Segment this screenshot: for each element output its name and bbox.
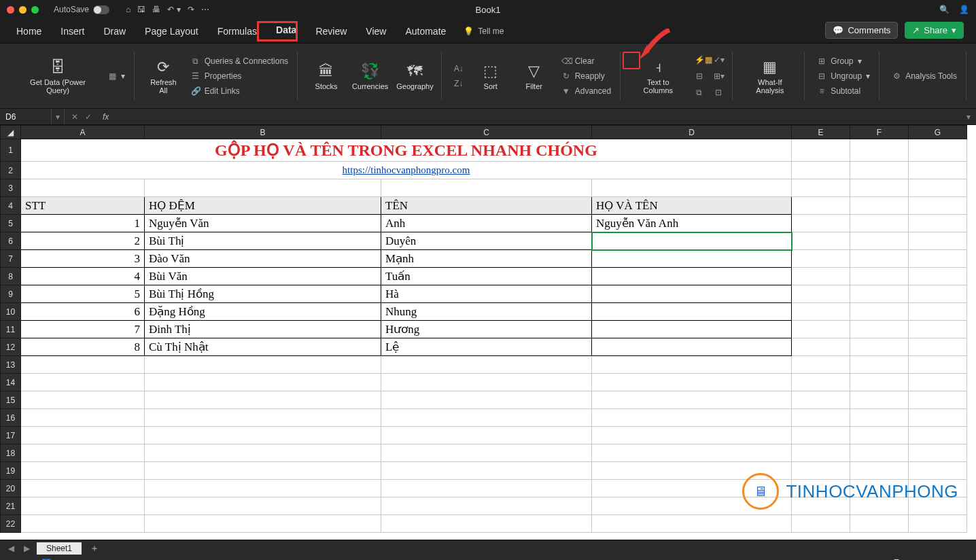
cell[interactable] (381, 409, 592, 427)
cell[interactable] (850, 285, 909, 303)
fx-icon[interactable]: fx (103, 112, 109, 122)
cell[interactable] (592, 232, 792, 250)
cell[interactable]: Lệ (381, 338, 592, 356)
cell[interactable] (909, 250, 967, 268)
cell[interactable] (145, 391, 381, 409)
account-icon[interactable]: 👤 (959, 5, 969, 14)
cell[interactable] (850, 409, 909, 427)
cell[interactable] (850, 338, 909, 356)
flash-fill-button[interactable]: ⚡▦ (692, 54, 707, 66)
cell[interactable] (592, 285, 792, 303)
search-icon[interactable]: 🔍 (939, 5, 949, 14)
formula-input[interactable] (109, 109, 961, 124)
minimize-window[interactable] (19, 6, 27, 14)
cell[interactable]: Bùi Thị (145, 232, 381, 250)
comments-button[interactable]: 💬 Comments (825, 22, 898, 39)
cell[interactable] (381, 444, 592, 462)
cell[interactable] (909, 232, 967, 250)
edit-links-button[interactable]: 🔗Edit Links (188, 85, 291, 97)
expand-formula-bar[interactable]: ▾ (961, 112, 976, 122)
cell[interactable]: 6 (21, 303, 145, 321)
analysis-tools-button[interactable]: ⚙Analysis Tools (889, 70, 960, 82)
group-button[interactable]: ⊞Group ▾ (814, 55, 873, 67)
cell[interactable]: 5 (21, 285, 145, 303)
row-header[interactable]: 15 (1, 391, 21, 409)
cell[interactable] (850, 321, 909, 338)
cell[interactable] (21, 480, 145, 497)
cell[interactable] (792, 197, 850, 215)
cell[interactable] (21, 179, 145, 197)
cell[interactable] (381, 462, 592, 480)
cell[interactable] (909, 409, 967, 427)
cell[interactable] (145, 409, 381, 427)
tab-view[interactable]: View (364, 22, 387, 41)
cell[interactable] (792, 303, 850, 321)
cell[interactable] (381, 427, 592, 444)
sort-asc-button[interactable]: A↓ (451, 63, 466, 75)
cell[interactable] (850, 215, 909, 232)
cell[interactable] (592, 321, 792, 338)
row-header[interactable]: 9 (1, 285, 21, 303)
cell[interactable] (592, 409, 792, 427)
cell[interactable] (21, 497, 145, 515)
cell[interactable]: Nguyễn Văn (145, 215, 381, 232)
sheet-tab-1[interactable]: Sheet1 (37, 542, 82, 555)
cell[interactable] (381, 179, 592, 197)
cell[interactable]: Nguyễn Văn Anh (592, 215, 792, 232)
cell[interactable] (850, 232, 909, 250)
tell-me[interactable]: 💡 Tell me (464, 27, 504, 36)
row-header[interactable]: 11 (1, 321, 21, 338)
cell[interactable] (145, 497, 381, 515)
tab-formulas[interactable]: Formulas (216, 22, 258, 41)
add-sheet-button[interactable]: ＋ (86, 542, 103, 555)
cell[interactable] (145, 374, 381, 391)
cell[interactable]: 8 (21, 338, 145, 356)
row-header[interactable]: 17 (1, 427, 21, 444)
row-header[interactable]: 18 (1, 444, 21, 462)
cancel-formula-icon[interactable]: ✕ (71, 112, 78, 122)
maximize-window[interactable] (31, 6, 39, 14)
name-box-dropdown[interactable]: ▾ (52, 109, 65, 124)
stocks-button[interactable]: 🏛Stocks (307, 59, 345, 93)
cell[interactable] (850, 303, 909, 321)
undo-icon[interactable]: ↶ ▾ (167, 5, 180, 14)
cell[interactable] (592, 374, 792, 391)
cell[interactable] (592, 515, 792, 533)
tab-draw[interactable]: Draw (102, 22, 127, 41)
cell[interactable] (145, 356, 381, 374)
cell[interactable] (909, 303, 967, 321)
row-header[interactable]: 21 (1, 497, 21, 515)
select-all[interactable]: ◢ (1, 126, 21, 139)
cell[interactable] (850, 250, 909, 268)
cell[interactable]: 2 (21, 232, 145, 250)
cell[interactable] (21, 374, 145, 391)
data-model-button[interactable]: ⊡ (711, 86, 726, 99)
cell[interactable] (909, 374, 967, 391)
tab-page-layout[interactable]: Page Layout (143, 22, 200, 41)
currencies-button[interactable]: 💱Currencies (351, 59, 389, 93)
cell[interactable] (21, 427, 145, 444)
col-header-F[interactable]: F (850, 126, 909, 139)
get-data-button[interactable]: 🗄Get Data (Power Query) (16, 55, 99, 97)
cell[interactable] (792, 250, 850, 268)
cell[interactable]: HỌ VÀ TÊN (592, 197, 792, 215)
autosave-toggle[interactable]: AutoSave (54, 5, 109, 14)
row-header[interactable]: 6 (1, 232, 21, 250)
from-source-button[interactable]: ▦▾ (105, 70, 128, 82)
col-header-C[interactable]: C (381, 126, 592, 139)
cell[interactable] (909, 197, 967, 215)
cell[interactable] (792, 356, 850, 374)
col-header-D[interactable]: D (592, 126, 792, 139)
sheet-prev[interactable]: ◀ (5, 544, 17, 553)
cell[interactable] (592, 356, 792, 374)
cell[interactable]: Cù Thị Nhật (145, 338, 381, 356)
queries-button[interactable]: ⧉Queries & Connections (188, 55, 291, 67)
cell[interactable] (21, 356, 145, 374)
cell[interactable]: Duyên (381, 232, 592, 250)
cell[interactable] (21, 515, 145, 533)
cell[interactable] (909, 321, 967, 338)
name-box[interactable]: D6 (0, 109, 52, 124)
properties-button[interactable]: ☰Properties (188, 70, 291, 82)
cell[interactable] (909, 215, 967, 232)
reapply-button[interactable]: ↻Reapply (559, 70, 614, 82)
